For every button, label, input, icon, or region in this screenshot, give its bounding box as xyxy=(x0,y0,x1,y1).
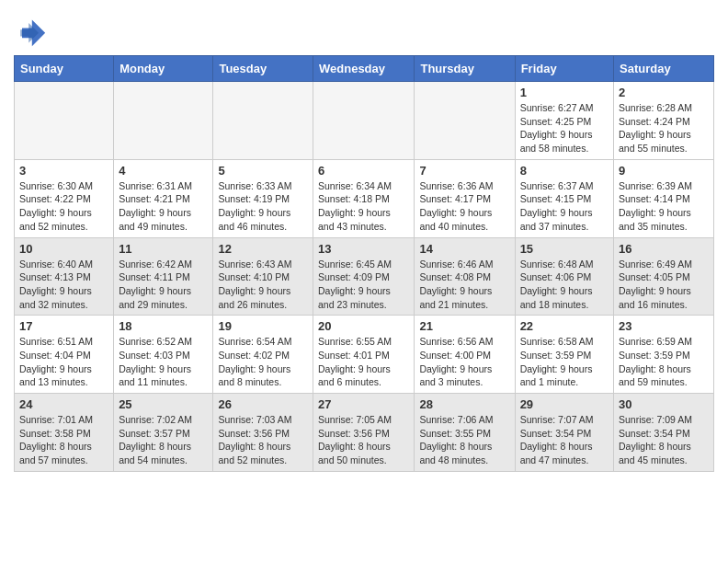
calendar-day-cell: 16Sunrise: 6:49 AM Sunset: 4:05 PM Dayli… xyxy=(614,237,714,316)
calendar-week-row: 17Sunrise: 6:51 AM Sunset: 4:04 PM Dayli… xyxy=(15,316,714,394)
day-number: 8 xyxy=(520,164,609,178)
calendar-day-cell: 29Sunrise: 7:07 AM Sunset: 3:54 PM Dayli… xyxy=(515,394,613,472)
day-number: 13 xyxy=(318,242,409,256)
calendar-day-cell: 14Sunrise: 6:46 AM Sunset: 4:08 PM Dayli… xyxy=(415,237,515,316)
weekday-header: Friday xyxy=(515,56,613,82)
day-number: 19 xyxy=(218,319,308,333)
calendar-day-cell: 10Sunrise: 6:40 AM Sunset: 4:13 PM Dayli… xyxy=(15,237,114,316)
calendar-week-row: 3Sunrise: 6:30 AM Sunset: 4:22 PM Daylig… xyxy=(15,159,714,237)
day-info: Sunrise: 6:43 AM Sunset: 4:10 PM Dayligh… xyxy=(218,258,308,312)
day-number: 24 xyxy=(19,397,108,411)
calendar-day-cell: 28Sunrise: 7:06 AM Sunset: 3:55 PM Dayli… xyxy=(415,394,515,472)
day-number: 26 xyxy=(218,397,308,411)
day-number: 9 xyxy=(619,164,709,178)
day-number: 5 xyxy=(218,164,308,178)
calendar-week-row: 24Sunrise: 7:01 AM Sunset: 3:58 PM Dayli… xyxy=(15,394,714,472)
calendar-day-cell: 24Sunrise: 7:01 AM Sunset: 3:58 PM Dayli… xyxy=(15,394,114,472)
calendar-week-row: 10Sunrise: 6:40 AM Sunset: 4:13 PM Dayli… xyxy=(15,237,714,316)
calendar-day-cell: 8Sunrise: 6:37 AM Sunset: 4:15 PM Daylig… xyxy=(515,159,613,237)
calendar-day-cell: 20Sunrise: 6:55 AM Sunset: 4:01 PM Dayli… xyxy=(313,316,415,394)
day-info: Sunrise: 6:42 AM Sunset: 4:11 PM Dayligh… xyxy=(119,258,208,312)
calendar-day-cell: 21Sunrise: 6:56 AM Sunset: 4:00 PM Dayli… xyxy=(415,316,515,394)
calendar-day-cell: 27Sunrise: 7:05 AM Sunset: 3:56 PM Dayli… xyxy=(313,394,415,472)
calendar-day-cell: 13Sunrise: 6:45 AM Sunset: 4:09 PM Dayli… xyxy=(313,237,415,316)
day-info: Sunrise: 6:40 AM Sunset: 4:13 PM Dayligh… xyxy=(19,258,108,312)
weekday-header: Sunday xyxy=(15,56,114,82)
calendar-day-cell: 6Sunrise: 6:34 AM Sunset: 4:18 PM Daylig… xyxy=(313,159,415,237)
calendar-week-row: 1Sunrise: 6:27 AM Sunset: 4:25 PM Daylig… xyxy=(15,82,714,160)
page-header xyxy=(14,9,714,48)
calendar-day-cell xyxy=(313,82,415,160)
day-number: 12 xyxy=(218,242,308,256)
day-info: Sunrise: 6:39 AM Sunset: 4:14 PM Dayligh… xyxy=(619,179,709,234)
weekday-header: Thursday xyxy=(415,56,515,82)
day-number: 18 xyxy=(119,319,208,333)
day-number: 14 xyxy=(419,242,509,256)
day-number: 16 xyxy=(619,242,709,256)
day-info: Sunrise: 6:56 AM Sunset: 4:00 PM Dayligh… xyxy=(419,335,509,389)
day-info: Sunrise: 7:09 AM Sunset: 3:54 PM Dayligh… xyxy=(619,413,709,467)
calendar-day-cell: 9Sunrise: 6:39 AM Sunset: 4:14 PM Daylig… xyxy=(614,159,714,237)
calendar-day-cell: 23Sunrise: 6:59 AM Sunset: 3:59 PM Dayli… xyxy=(614,316,714,394)
calendar-day-cell: 18Sunrise: 6:52 AM Sunset: 4:03 PM Dayli… xyxy=(114,316,213,394)
calendar-header-row: SundayMondayTuesdayWednesdayThursdayFrid… xyxy=(15,56,714,82)
calendar-day-cell: 11Sunrise: 6:42 AM Sunset: 4:11 PM Dayli… xyxy=(114,237,213,316)
calendar-day-cell xyxy=(15,82,114,160)
day-number: 7 xyxy=(419,164,509,178)
calendar-day-cell: 17Sunrise: 6:51 AM Sunset: 4:04 PM Dayli… xyxy=(15,316,114,394)
day-number: 15 xyxy=(520,242,609,256)
day-info: Sunrise: 6:55 AM Sunset: 4:01 PM Dayligh… xyxy=(318,335,409,389)
day-info: Sunrise: 7:01 AM Sunset: 3:58 PM Dayligh… xyxy=(19,413,108,467)
day-number: 4 xyxy=(119,164,208,178)
calendar-day-cell xyxy=(213,82,313,160)
calendar-day-cell: 5Sunrise: 6:33 AM Sunset: 4:19 PM Daylig… xyxy=(213,159,313,237)
day-number: 20 xyxy=(318,319,409,333)
calendar-day-cell: 30Sunrise: 7:09 AM Sunset: 3:54 PM Dayli… xyxy=(614,394,714,472)
calendar-day-cell xyxy=(415,82,515,160)
day-number: 27 xyxy=(318,397,409,411)
day-info: Sunrise: 6:46 AM Sunset: 4:08 PM Dayligh… xyxy=(419,258,509,312)
weekday-header: Tuesday xyxy=(213,56,313,82)
day-info: Sunrise: 6:36 AM Sunset: 4:17 PM Dayligh… xyxy=(419,179,509,234)
weekday-header: Monday xyxy=(114,56,213,82)
day-number: 2 xyxy=(619,86,709,99)
calendar-day-cell: 2Sunrise: 6:28 AM Sunset: 4:24 PM Daylig… xyxy=(614,82,714,160)
day-number: 6 xyxy=(318,164,409,178)
weekday-header: Saturday xyxy=(614,56,714,82)
calendar-day-cell: 22Sunrise: 6:58 AM Sunset: 3:59 PM Dayli… xyxy=(515,316,613,394)
day-info: Sunrise: 6:33 AM Sunset: 4:19 PM Dayligh… xyxy=(218,179,308,234)
day-info: Sunrise: 6:30 AM Sunset: 4:22 PM Dayligh… xyxy=(19,179,108,234)
day-number: 29 xyxy=(520,397,609,411)
calendar-day-cell: 4Sunrise: 6:31 AM Sunset: 4:21 PM Daylig… xyxy=(114,159,213,237)
day-number: 11 xyxy=(119,242,208,256)
day-number: 10 xyxy=(19,242,108,256)
day-info: Sunrise: 6:54 AM Sunset: 4:02 PM Dayligh… xyxy=(218,335,308,389)
logo-icon xyxy=(14,15,47,48)
day-number: 30 xyxy=(619,397,709,411)
day-info: Sunrise: 6:48 AM Sunset: 4:06 PM Dayligh… xyxy=(520,258,609,312)
day-info: Sunrise: 6:59 AM Sunset: 3:59 PM Dayligh… xyxy=(619,335,709,389)
day-info: Sunrise: 7:07 AM Sunset: 3:54 PM Dayligh… xyxy=(520,413,609,467)
day-info: Sunrise: 6:27 AM Sunset: 4:25 PM Dayligh… xyxy=(520,101,609,155)
calendar-day-cell: 1Sunrise: 6:27 AM Sunset: 4:25 PM Daylig… xyxy=(515,82,613,160)
calendar-day-cell: 7Sunrise: 6:36 AM Sunset: 4:17 PM Daylig… xyxy=(415,159,515,237)
logo xyxy=(14,15,51,48)
weekday-header: Wednesday xyxy=(313,56,415,82)
day-number: 23 xyxy=(619,319,709,333)
day-info: Sunrise: 6:31 AM Sunset: 4:21 PM Dayligh… xyxy=(119,179,208,234)
day-number: 21 xyxy=(419,319,509,333)
day-info: Sunrise: 6:51 AM Sunset: 4:04 PM Dayligh… xyxy=(19,335,108,389)
day-number: 25 xyxy=(119,397,208,411)
day-info: Sunrise: 6:34 AM Sunset: 4:18 PM Dayligh… xyxy=(318,179,409,234)
day-number: 28 xyxy=(419,397,509,411)
day-info: Sunrise: 7:02 AM Sunset: 3:57 PM Dayligh… xyxy=(119,413,208,467)
day-info: Sunrise: 7:06 AM Sunset: 3:55 PM Dayligh… xyxy=(419,413,509,467)
day-info: Sunrise: 6:52 AM Sunset: 4:03 PM Dayligh… xyxy=(119,335,208,389)
calendar-day-cell: 3Sunrise: 6:30 AM Sunset: 4:22 PM Daylig… xyxy=(15,159,114,237)
day-info: Sunrise: 6:45 AM Sunset: 4:09 PM Dayligh… xyxy=(318,258,409,312)
day-info: Sunrise: 6:58 AM Sunset: 3:59 PM Dayligh… xyxy=(520,335,609,389)
page-container: SundayMondayTuesdayWednesdayThursdayFrid… xyxy=(0,0,728,481)
calendar-day-cell: 19Sunrise: 6:54 AM Sunset: 4:02 PM Dayli… xyxy=(213,316,313,394)
day-info: Sunrise: 6:37 AM Sunset: 4:15 PM Dayligh… xyxy=(520,179,609,234)
day-number: 1 xyxy=(520,86,609,99)
